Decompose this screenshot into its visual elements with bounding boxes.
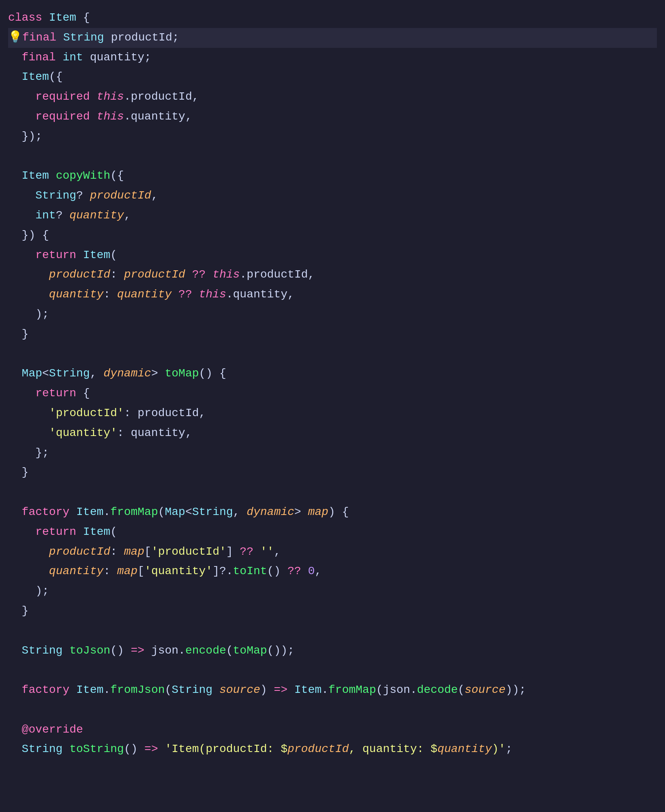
code-line-blank — [8, 483, 657, 502]
code-line: Item copyWith({ — [8, 166, 657, 186]
keyword-final: final — [22, 29, 63, 47]
code-line: return Item( — [8, 522, 657, 542]
code-line: ); — [8, 581, 657, 601]
code-editor: class Item { 💡final String productId; fi… — [0, 4, 665, 763]
code-line: String toString() => 'Item(productId: $p… — [8, 739, 657, 759]
code-line-blank — [8, 621, 657, 641]
code-line-blank — [8, 660, 657, 680]
code-line: productId: map['productId'] ?? '', — [8, 542, 657, 562]
code-line: factory Item.fromJson(String source) => … — [8, 680, 657, 700]
code-line: 'quantity': quantity, — [8, 423, 657, 443]
code-line: final int quantity; — [8, 48, 657, 68]
code-line: Item({ — [8, 67, 657, 87]
code-line: }) { — [8, 226, 657, 246]
code-line: required this.productId, — [8, 87, 657, 107]
code-line: @override — [8, 720, 657, 740]
code-line: ); — [8, 305, 657, 325]
type-int: int — [62, 49, 90, 67]
code-line: int? quantity, — [8, 206, 657, 226]
code-line: 💡final String productId; — [8, 28, 657, 48]
keyword-class: class — [8, 9, 49, 27]
code-line: quantity: map['quantity']?.toInt() ?? 0, — [8, 562, 657, 581]
bulb-icon: 💡 — [8, 29, 22, 47]
code-line: return { — [8, 384, 657, 404]
code-line: String? productId, — [8, 186, 657, 206]
code-line: String toJson() => json.encode(toMap()); — [8, 641, 657, 661]
code-line: quantity: quantity ?? this.quantity, — [8, 285, 657, 305]
code-line: } — [8, 601, 657, 621]
code-line: factory Item.fromMap(Map<String, dynamic… — [8, 502, 657, 522]
code-line-blank — [8, 344, 657, 364]
class-name-item: Item — [49, 9, 83, 27]
code-line: class Item { — [8, 8, 657, 28]
type-string: String — [63, 29, 111, 47]
field-productId: productId; — [111, 29, 179, 47]
code-line: }; — [8, 443, 657, 463]
code-line: } — [8, 463, 657, 483]
code-line: }); — [8, 127, 657, 147]
code-line: Map<String, dynamic> toMap() { — [8, 364, 657, 384]
code-line-blank — [8, 147, 657, 167]
code-line: 'productId': productId, — [8, 404, 657, 423]
keyword-final2: final — [22, 49, 63, 67]
code-line: required this.quantity, — [8, 107, 657, 127]
field-quantity: quantity; — [90, 49, 151, 67]
code-line: productId: productId ?? this.productId, — [8, 265, 657, 285]
code-line: return Item( — [8, 246, 657, 265]
code-line-blank — [8, 700, 657, 720]
code-line: } — [8, 325, 657, 344]
